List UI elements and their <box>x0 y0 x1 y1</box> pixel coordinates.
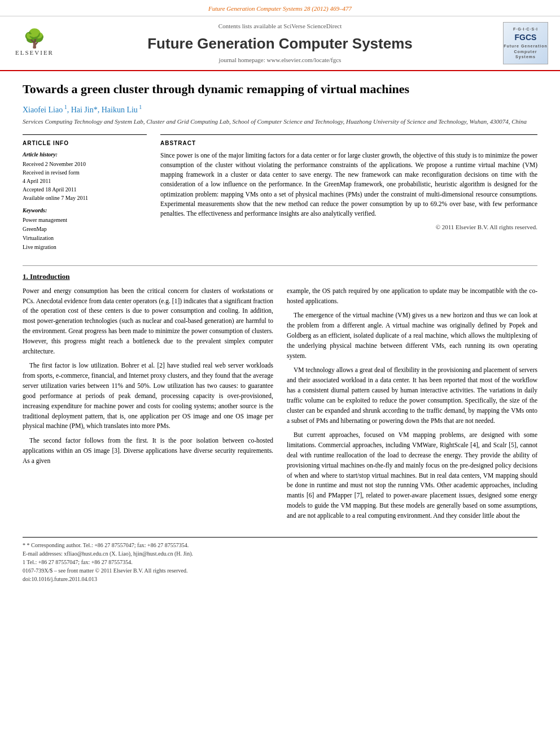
journal-title-banner: Future Generation Computer Systems <box>65 33 495 54</box>
footnote-star-text: * <box>23 542 27 548</box>
affiliation: Services Computing Technology and System… <box>23 117 537 126</box>
page: Future Generation Computer Systems 28 (2… <box>0 0 560 747</box>
author-xiaofei: Xiaofei Liao <box>23 106 63 114</box>
keywords-list: Power management GreenMap Virtualization… <box>23 216 147 252</box>
article-history-section: Article history: Received 2 November 201… <box>23 151 147 202</box>
badge-top-text: F·G·I·C·S·I <box>513 27 538 32</box>
author-comma-1: , <box>67 106 71 114</box>
article-info-heading: ARTICLE INFO <box>23 139 147 147</box>
body-two-col: Power and energy consumption has been th… <box>23 286 537 526</box>
abstract-box: ABSTRACT Since power is one of the major… <box>160 134 537 232</box>
author-hai: Hai Jin <box>71 106 94 114</box>
banner-center: Contents lists available at SciVerse Sci… <box>65 22 495 64</box>
author-sup-2: 1 <box>138 104 142 110</box>
accepted-date: Accepted 18 April 2011 <box>23 185 147 194</box>
abstract-text: Since power is one of the major limiting… <box>160 151 537 219</box>
doi-text: doi:10.1016/j.future.2011.04.013 <box>23 576 97 582</box>
intro-p1: Power and energy consumption has been th… <box>23 286 273 357</box>
issn-line: 0167-739X/$ – see front matter © 2011 El… <box>23 566 537 575</box>
banner-left: 🌳 ELSEVIER <box>9 29 60 57</box>
footnote-1: 1 Tel.: +86 27 87557047; fax: +86 27 875… <box>23 558 537 566</box>
footnote-star: * * Corresponding author. Tel.: +86 27 8… <box>23 541 537 549</box>
article-info-col: ARTICLE INFO Article history: Received 2… <box>23 134 147 256</box>
intro-r3: VM technology allows a great deal of fle… <box>287 365 537 426</box>
keyword-1: Power management <box>23 216 147 225</box>
received-revised-label: Received in revised form <box>23 168 147 177</box>
article-title: Towards a green cluster through dynamic … <box>23 81 537 98</box>
author-haikun: Haikun Liu <box>102 106 138 114</box>
intro-r1: example, the OS patch required by one ap… <box>287 286 537 307</box>
elsevier-logo: 🌳 ELSEVIER <box>9 29 60 57</box>
author-sup-1: 1 <box>63 104 67 110</box>
received-1: Received 2 November 2010 <box>23 160 147 168</box>
footer-section: * * Corresponding author. Tel.: +86 27 8… <box>23 537 537 583</box>
copyright-line: © 2011 Elsevier B.V. All rights reserved… <box>160 223 537 231</box>
homepage-text: journal homepage: www.elsevier.com/locat… <box>219 56 342 63</box>
keyword-3: Virtualization <box>23 234 147 243</box>
doi-line: doi:10.1016/j.future.2011.04.013 <box>23 575 537 583</box>
journal-banner: 🌳 ELSEVIER Contents lists available at S… <box>0 16 560 71</box>
badge-title-text: FGCS <box>515 32 537 43</box>
keywords-section: Keywords: Power management GreenMap Virt… <box>23 207 147 252</box>
authors-line: Xiaofei Liao 1, Hai Jin*, Haikun Liu 1 <box>23 103 537 115</box>
elsevier-wordmark: ELSEVIER <box>15 49 54 57</box>
homepage-line: journal homepage: www.elsevier.com/locat… <box>65 56 495 64</box>
badge-subtitle-text: Future GenerationComputer Systems <box>504 43 548 60</box>
intro-p2: The first factor is low utilization. Boh… <box>23 361 273 431</box>
keywords-label: Keywords: <box>23 207 147 215</box>
journal-ref: Future Generation Computer Systems 28 (2… <box>208 5 352 12</box>
sciverse-line: Contents lists available at SciVerse Sci… <box>65 22 495 30</box>
article-info-abstract-row: ARTICLE INFO Article history: Received 2… <box>23 134 537 256</box>
body-col-left: Power and energy consumption has been th… <box>23 286 273 526</box>
author-star: *, <box>94 106 102 114</box>
body-col-right: example, the OS patch required by one ap… <box>287 286 537 526</box>
received-revised-date: 4 April 2011 <box>23 177 147 185</box>
fgcs-badge: F·G·I·C·S·I FGCS Future GenerationComput… <box>503 22 548 64</box>
intro-p3: The second factor follows from the first… <box>23 436 273 466</box>
footnote-email: E-mail addresses: xfliao@hust.edu.cn (X.… <box>23 549 537 558</box>
intro-r2: The emergence of the virtual machine (VM… <box>287 311 537 361</box>
sciverse-text: Contents lists available at SciVerse Sci… <box>218 23 342 29</box>
section-divider <box>23 265 537 266</box>
abstract-heading: ABSTRACT <box>160 139 537 147</box>
article-history-label: Article history: <box>23 151 147 159</box>
intro-r4: But current approaches, focused on VM ma… <box>287 430 537 521</box>
section-introduction: 1. Introduction Power and energy consump… <box>23 272 537 526</box>
article-info-box: ARTICLE INFO Article history: Received 2… <box>23 134 147 252</box>
footnote-star-content: * Corresponding author. Tel.: +86 27 875… <box>27 542 189 548</box>
banner-right: F·G·I·C·S·I FGCS Future GenerationComput… <box>500 22 551 64</box>
keyword-2: GreenMap <box>23 225 147 234</box>
keyword-4: Live migration <box>23 243 147 252</box>
tree-icon: 🌳 <box>23 29 46 47</box>
main-content: Towards a green cluster through dynamic … <box>0 71 560 594</box>
section-heading: 1. Introduction <box>23 272 537 282</box>
abstract-col: ABSTRACT Since power is one of the major… <box>160 134 537 256</box>
available-date: Available online 7 May 2011 <box>23 194 147 202</box>
top-header: Future Generation Computer Systems 28 (2… <box>0 0 560 16</box>
